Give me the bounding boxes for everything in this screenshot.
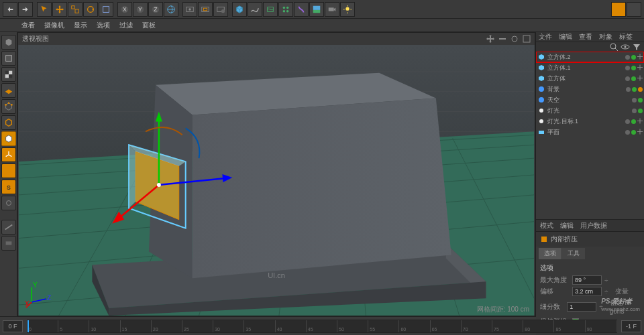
scene-render xyxy=(18,45,535,316)
rotate-tool[interactable] xyxy=(83,2,98,17)
viewport-status: 网格间距: 100 cm xyxy=(477,305,529,314)
object-row[interactable]: 灯光.目标.1 xyxy=(536,116,644,127)
axis-x-button[interactable]: X xyxy=(117,2,132,17)
svg-rect-21 xyxy=(313,9,321,12)
deformer-button[interactable] xyxy=(294,2,309,17)
subdiv-input[interactable] xyxy=(567,302,596,312)
svg-rect-29 xyxy=(9,74,12,78)
maxangle-input[interactable] xyxy=(572,275,602,285)
svg-rect-13 xyxy=(202,7,209,11)
om-eye-icon[interactable] xyxy=(621,42,630,52)
svg-point-16 xyxy=(221,9,225,13)
viewport-panel: 透视视图 xyxy=(17,32,535,316)
array-button[interactable] xyxy=(278,2,293,17)
timeline-track[interactable]: 05 1015 2025 3035 4045 5055 6065 7075 80… xyxy=(27,320,617,333)
svg-marker-68 xyxy=(129,145,136,208)
om-filter-icon[interactable] xyxy=(632,42,641,52)
select-tool[interactable] xyxy=(37,2,52,17)
playhead[interactable] xyxy=(28,320,29,332)
frame-start[interactable]: 0 F xyxy=(3,320,23,332)
svg-text:Z: Z xyxy=(47,294,51,302)
om-menu-file[interactable]: 文件 xyxy=(539,32,552,42)
om-menu-tags[interactable]: 标签 xyxy=(619,32,633,42)
vp-nav-rotate-icon[interactable] xyxy=(511,35,519,43)
vp-nav-zoom-icon[interactable] xyxy=(498,35,506,43)
extra-tool-1[interactable] xyxy=(1,220,16,234)
object-row[interactable]: 灯光 xyxy=(536,105,644,116)
point-mode[interactable] xyxy=(1,99,16,114)
attr-tab-mode[interactable]: 模式 xyxy=(540,221,553,230)
vp-maximize-icon[interactable] xyxy=(523,35,531,43)
workplane-mode[interactable] xyxy=(1,83,16,98)
texture-mode[interactable] xyxy=(1,67,16,82)
subtab-options[interactable]: 选项 xyxy=(539,248,561,259)
spline-button[interactable] xyxy=(248,2,262,17)
om-menu-object[interactable]: 对象 xyxy=(599,32,612,42)
svg-point-18 xyxy=(286,6,289,9)
viewport-label: 透视视图 xyxy=(22,34,49,44)
menu-camera[interactable]: 摄像机 xyxy=(44,21,64,30)
svg-text:X: X xyxy=(25,300,30,308)
render-settings-button[interactable] xyxy=(213,2,228,17)
coord-system-button[interactable] xyxy=(164,2,178,17)
om-menu-edit[interactable]: 编辑 xyxy=(559,32,572,42)
menu-filter[interactable]: 过滤 xyxy=(119,21,133,30)
render-region-button[interactable] xyxy=(198,2,213,17)
axis-mode[interactable] xyxy=(1,147,16,162)
attr-tab-user[interactable]: 用户数据 xyxy=(580,221,607,230)
attr-subtabs: 选项 工具 xyxy=(536,247,644,261)
frame-end[interactable]: -1 F xyxy=(621,320,641,332)
object-row[interactable]: 天空 xyxy=(536,94,644,105)
object-manager-menu: 文件 编辑 查看 对象 标签 xyxy=(536,32,644,42)
object-row[interactable]: 立方体 xyxy=(536,73,644,84)
vp-nav-move-icon[interactable] xyxy=(486,35,494,43)
menu-panel[interactable]: 面板 xyxy=(142,21,156,30)
cube-primitive[interactable] xyxy=(232,2,247,17)
om-search-icon[interactable] xyxy=(609,42,619,52)
svg-point-24 xyxy=(345,7,349,10)
om-menu-view[interactable]: 查看 xyxy=(579,32,592,42)
object-row[interactable]: 立方体.2 xyxy=(536,52,644,62)
menu-display[interactable]: 显示 xyxy=(74,21,87,30)
svg-rect-22 xyxy=(313,5,321,9)
layout-button[interactable] xyxy=(611,2,626,17)
render-button[interactable] xyxy=(182,2,197,17)
redo-button[interactable] xyxy=(18,2,33,17)
axis-y-button[interactable]: Y xyxy=(133,2,148,17)
svg-rect-0 xyxy=(72,5,74,8)
polygon-mode[interactable] xyxy=(1,131,16,146)
snap-settings[interactable] xyxy=(1,196,16,210)
move-tool[interactable] xyxy=(52,2,67,17)
cube-icon xyxy=(537,64,545,72)
viewport-3d[interactable]: UI.cn Y Z X 网格间距: 100 cm xyxy=(18,45,535,316)
light-button[interactable] xyxy=(340,2,355,17)
object-row[interactable]: 平面 xyxy=(536,127,644,137)
extra-tool-2[interactable] xyxy=(1,236,16,251)
subtab-tool[interactable]: 工具 xyxy=(562,248,585,259)
svg-point-86 xyxy=(625,46,627,48)
attr-tab-edit[interactable]: 编辑 xyxy=(560,221,574,230)
last-tool[interactable] xyxy=(99,2,113,17)
make-editable-button[interactable] xyxy=(1,35,16,50)
edge-mode[interactable] xyxy=(1,115,16,130)
object-manager[interactable]: 立方体.2 立方体.1 立方体 背景 天空 xyxy=(536,52,644,219)
camera-button[interactable] xyxy=(325,2,339,17)
environment-button[interactable] xyxy=(309,2,324,17)
nurbs-button[interactable] xyxy=(263,2,278,17)
svg-rect-23 xyxy=(329,7,334,11)
object-row[interactable]: 背景 xyxy=(536,84,644,94)
viewport-solo[interactable] xyxy=(1,163,16,178)
left-toolbar: S xyxy=(0,32,17,316)
offset-input[interactable] xyxy=(572,287,602,296)
snap-button[interactable]: S xyxy=(1,180,16,194)
scale-tool[interactable] xyxy=(68,2,83,17)
viewport-header: 透视视图 xyxy=(18,33,535,45)
model-mode[interactable] xyxy=(1,51,16,66)
menu-view[interactable]: 查看 xyxy=(21,21,35,30)
undo-button[interactable] xyxy=(3,2,17,17)
object-row[interactable]: 立方体.1 xyxy=(536,62,644,73)
menu-options[interactable]: 选项 xyxy=(97,21,110,30)
axis-z-button[interactable]: Z xyxy=(148,2,163,17)
svg-text:Y: Y xyxy=(33,282,38,289)
layout-menu[interactable] xyxy=(627,2,641,17)
